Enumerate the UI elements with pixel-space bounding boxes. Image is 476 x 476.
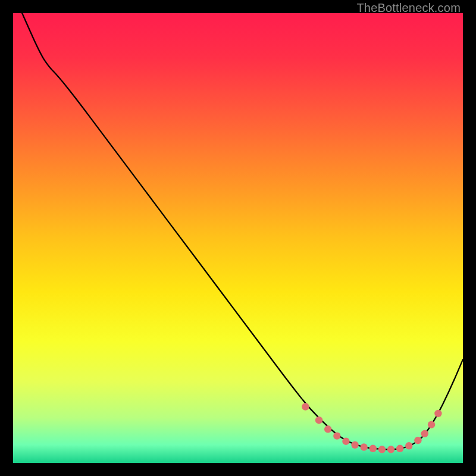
marker-dot: [360, 443, 367, 450]
chart-svg: [13, 13, 463, 463]
marker-dot: [333, 432, 340, 439]
marker-dot: [396, 445, 403, 452]
chart-background: [13, 13, 463, 463]
marker-dot: [428, 421, 435, 428]
marker-dot: [414, 437, 421, 444]
marker-dot: [315, 416, 322, 424]
marker-dot: [405, 442, 412, 449]
marker-dot: [369, 445, 377, 452]
marker-dot: [302, 403, 309, 410]
marker-dot: [324, 425, 331, 433]
marker-dot: [351, 441, 358, 449]
chart-frame: [13, 13, 463, 463]
marker-dot: [421, 430, 428, 437]
marker-dot: [387, 446, 394, 453]
marker-dot: [378, 446, 386, 453]
marker-dot: [434, 410, 441, 417]
marker-dot: [342, 438, 349, 445]
